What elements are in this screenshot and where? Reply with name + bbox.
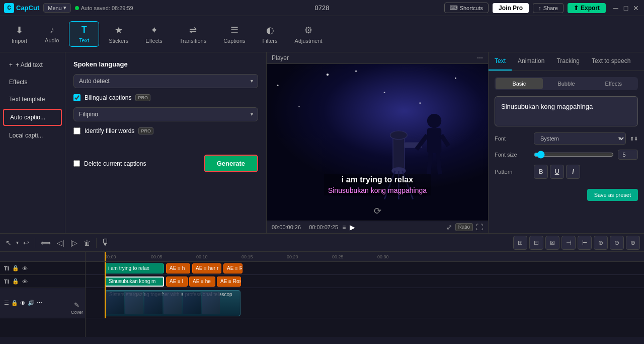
format-buttons: B U I: [534, 165, 580, 179]
save-preset-button[interactable]: Save as preset: [587, 189, 638, 201]
clip-trim-icon[interactable]: ⊠: [545, 236, 559, 250]
cover-button[interactable]: ✎ Cover: [71, 301, 83, 315]
underline-button[interactable]: U: [550, 165, 564, 179]
video-track-lock-icon[interactable]: 🔒: [11, 300, 18, 306]
fullscreen-small-icon[interactable]: ⤢: [446, 223, 452, 231]
video-track-more-icon[interactable]: ⋯: [37, 300, 42, 306]
style-tab-effects[interactable]: Effects: [590, 78, 637, 89]
share-button[interactable]: ↑ Share: [533, 3, 564, 13]
caption-line1: i am trying to relax: [324, 174, 431, 185]
sidebar-item-local-captions[interactable]: Local capti...: [3, 128, 62, 143]
video-track-visibility-icon[interactable]: 👁: [20, 300, 26, 306]
bilingual-checkbox[interactable]: [73, 94, 80, 101]
autosave-dot-icon: [75, 6, 79, 10]
filler-words-checkbox[interactable]: [73, 127, 80, 134]
tab-tracking[interactable]: Tracking: [550, 52, 586, 71]
tool-stickers[interactable]: ★ Stickers: [101, 21, 136, 47]
track2-lock-icon[interactable]: 🔒: [12, 278, 19, 285]
camera-rotate-icon[interactable]: ⟳: [374, 205, 381, 217]
playhead-video: [105, 288, 106, 318]
clip-i-am-trying[interactable]: i am trying to relax: [105, 263, 164, 273]
microphone-icon[interactable]: 🎙: [101, 237, 110, 248]
clip-split-icon[interactable]: ⊞: [513, 236, 527, 250]
shortcuts-button[interactable]: ⌨ Shortcuts: [444, 3, 489, 13]
style-tab-basic[interactable]: Basic: [496, 78, 543, 89]
select-tool-button[interactable]: ↖: [4, 237, 13, 248]
select-mode-chevron[interactable]: ▾: [16, 240, 19, 245]
delete-captions-label: Delete current captions: [84, 160, 146, 167]
clip-join-icon[interactable]: ⊟: [529, 236, 543, 250]
clip-ae-her[interactable]: AE ≡ her r: [192, 263, 221, 273]
list-icon[interactable]: ≡: [342, 224, 346, 231]
clip-ae-l[interactable]: AE ≡ l: [166, 277, 188, 287]
svg-point-10: [390, 131, 407, 140]
tab-text-to-speech[interactable]: Text to speech: [586, 52, 636, 71]
play-button[interactable]: ▶: [350, 223, 355, 231]
export-button[interactable]: ⬆ Export: [568, 3, 606, 13]
track1-visibility-icon[interactable]: 👁: [22, 265, 28, 271]
delete-captions-checkbox[interactable]: [73, 160, 80, 167]
sidebar-item-auto-caption[interactable]: Auto captio...: [3, 109, 62, 126]
svg-point-7: [355, 71, 357, 72]
track2-visibility-icon[interactable]: 👁: [22, 279, 28, 285]
text-preview[interactable]: Sinusubukan kong magpahinga: [495, 96, 638, 126]
svg-point-8: [419, 102, 421, 104]
split-tool-button[interactable]: ⟺: [39, 237, 52, 248]
split-left-button[interactable]: ◁|: [55, 237, 66, 248]
ratio-badge[interactable]: Ratio: [455, 223, 473, 231]
bold-button[interactable]: B: [534, 165, 548, 179]
menu-button[interactable]: Menu ▾: [43, 3, 71, 13]
align-left-icon[interactable]: ⊣: [561, 236, 576, 250]
font-select[interactable]: System: [534, 132, 626, 145]
restore-button[interactable]: □: [622, 4, 630, 12]
italic-button[interactable]: I: [566, 165, 580, 179]
captions-icon: ☰: [230, 25, 238, 36]
clip-ae-rosi[interactable]: AE ≡ Rosi: [217, 277, 241, 287]
menu-chevron-icon: ▾: [63, 5, 66, 11]
split-right-button[interactable]: |▷: [69, 237, 79, 248]
video-track-audio-icon[interactable]: 🔊: [28, 300, 35, 306]
right-panel-content: Basic Bubble Effects Sinusubukan kong ma…: [489, 71, 644, 233]
undo-button[interactable]: ↩: [22, 237, 31, 248]
add-track-icon[interactable]: ⊕: [626, 236, 640, 250]
join-pro-button[interactable]: Join Pro: [493, 3, 529, 13]
track1-lock-icon[interactable]: 🔒: [12, 265, 19, 271]
spoken-language-select[interactable]: Auto detect English Filipino: [73, 74, 258, 88]
expand-icon[interactable]: ⛶: [476, 223, 483, 231]
close-button[interactable]: ✕: [632, 4, 640, 12]
track-header-1: TI 🔒 👁: [0, 262, 85, 275]
tool-filters[interactable]: ◐ Filters: [255, 21, 285, 47]
clip-sinusubukan[interactable]: Sinusubukan kong m: [105, 277, 164, 287]
tool-import[interactable]: ⬇ Import: [4, 21, 35, 47]
align-right-icon[interactable]: ⊢: [578, 236, 592, 250]
tool-adjustment[interactable]: ⚙ Adjustment: [287, 21, 330, 47]
player-menu-icon[interactable]: ⋯: [477, 54, 483, 61]
font-size-input[interactable]: [618, 150, 638, 160]
font-size-slider[interactable]: [534, 151, 614, 159]
tool-text[interactable]: T Text: [69, 21, 99, 47]
bilingual-language-select[interactable]: Filipino English Spanish: [73, 107, 258, 121]
zoom-in-icon[interactable]: ⊕: [594, 236, 608, 250]
video-clip[interactable]: Sisters stargazing together with a profe…: [105, 290, 240, 316]
tool-transitions[interactable]: ⇌ Transitions: [172, 21, 214, 47]
tool-effects[interactable]: ✦ Effects: [138, 21, 170, 47]
timeline-scrollbar[interactable]: [0, 337, 644, 344]
sidebar-item-text-template[interactable]: Text template: [3, 92, 62, 107]
minimize-button[interactable]: ─: [612, 4, 620, 12]
add-text-label: + Add text: [16, 61, 43, 68]
sidebar-item-effects[interactable]: Effects: [3, 75, 62, 90]
style-tab-bubble[interactable]: Bubble: [543, 78, 590, 89]
video-scene: i am trying to relax Sinusubukan kong ma…: [267, 64, 488, 221]
tool-captions[interactable]: ☰ Captions: [216, 21, 253, 47]
zoom-out-icon[interactable]: ⊖: [610, 236, 624, 250]
clip-ae-h[interactable]: AE ≡ h: [166, 263, 190, 273]
add-text-button[interactable]: + + Add text: [3, 57, 62, 73]
clip-ae-ro[interactable]: AE ≡ Ro: [223, 263, 243, 273]
clip-ae-he[interactable]: AE ≡ he: [189, 277, 215, 287]
tab-text[interactable]: Text: [489, 52, 512, 71]
tool-audio[interactable]: ♪ Audio: [37, 21, 67, 47]
delete-clip-button[interactable]: 🗑: [82, 237, 92, 248]
generate-button[interactable]: Generate: [204, 155, 258, 172]
tab-animation[interactable]: Animation: [512, 52, 550, 71]
tl-separator-1: [35, 238, 35, 248]
